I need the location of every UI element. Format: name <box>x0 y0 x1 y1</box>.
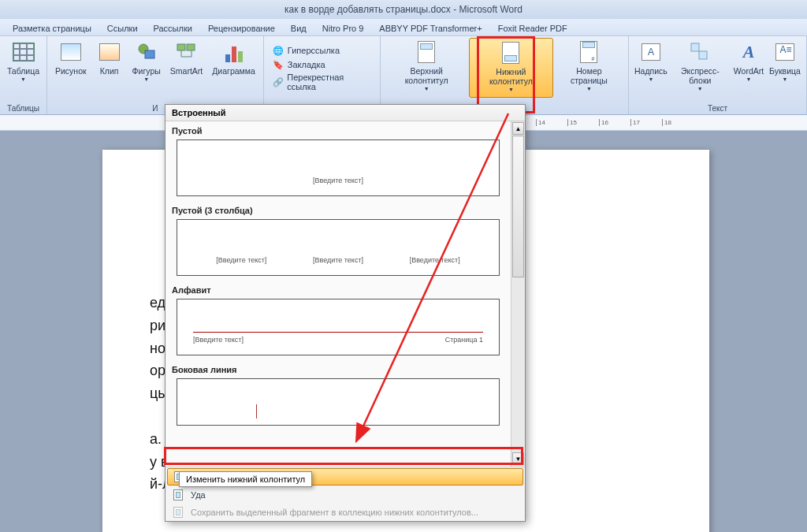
svg-rect-4 <box>691 43 699 51</box>
clip-button[interactable]: Клип <box>91 38 128 98</box>
scroll-thumb[interactable] <box>512 136 524 277</box>
dropcap-button[interactable]: A≡Буквица▼ <box>767 38 803 98</box>
tab-foxit[interactable]: Foxit Reader PDF <box>490 21 575 35</box>
gallery-item-blank[interactable]: [Введите текст] <box>177 140 500 196</box>
group-text: AНадпись▼ Экспресс-блоки▼ AWordArt▼ A≡Бу… <box>629 36 807 114</box>
table-button[interactable]: Таблица ▼ <box>3 38 43 98</box>
textbox-button[interactable]: AНадпись▼ <box>632 38 670 98</box>
gallery-item-sideline[interactable] <box>177 378 500 426</box>
remove-footer-command[interactable]: Уда <box>165 486 525 504</box>
tab-review[interactable]: Рецензирование <box>200 21 283 35</box>
group-illustrations: Рисунок Клип Фигуры▼ SmartArt Диаграмма … <box>47 36 264 114</box>
save-icon <box>172 506 184 519</box>
svg-rect-1 <box>145 50 154 58</box>
tab-references[interactable]: Ссылки <box>99 21 146 35</box>
globe-icon: 🌐 <box>272 44 284 57</box>
tab-view[interactable]: Вид <box>283 21 314 35</box>
header-button[interactable]: Верхний колонтитул▼ <box>384 38 469 98</box>
footer-gallery: Встроенный Пустой [Введите текст] Пустой… <box>165 104 526 522</box>
footer-icon <box>498 40 523 65</box>
chart-icon <box>221 39 247 65</box>
group-label-text: Текст <box>632 104 803 114</box>
tooltip: Изменить нижний колонтитул <box>179 471 312 487</box>
dropcap-icon: A≡ <box>772 39 798 65</box>
table-icon <box>11 39 36 65</box>
wordart-button[interactable]: AWordArt▼ <box>731 38 767 98</box>
gallery-list: Пустой [Введите текст] Пустой (3 столбца… <box>165 121 525 467</box>
smartart-button[interactable]: SmartArt <box>165 38 207 98</box>
save-selection-command: Сохранить выделенный фрагмент в коллекци… <box>165 504 525 521</box>
picture-button[interactable]: Рисунок <box>50 38 91 98</box>
scroll-up-button[interactable]: ▲ <box>512 122 524 135</box>
svg-rect-3 <box>187 44 195 50</box>
tab-page-layout[interactable]: Разметка страницы <box>5 21 99 35</box>
crossref-button[interactable]: 🔗Перекрестная ссылка <box>270 72 374 92</box>
pagenumber-icon: # <box>576 39 601 65</box>
svg-rect-2 <box>177 44 185 50</box>
bookmark-icon: 🔖 <box>272 58 284 71</box>
gallery-item-alphabet[interactable]: [Введите текст] Страница 1 <box>177 299 500 355</box>
group-label-tables: Таблицы <box>3 104 43 114</box>
tab-abbyy[interactable]: ABBYY PDF Transformer+ <box>371 21 489 35</box>
bookmark-button[interactable]: 🔖Закладка <box>270 58 374 72</box>
shapes-icon <box>134 39 159 65</box>
group-links: 🌐Гиперссылка 🔖Закладка 🔗Перекрестная ссы… <box>264 36 381 114</box>
shapes-button[interactable]: Фигуры▼ <box>128 38 165 98</box>
svg-rect-5 <box>699 51 707 59</box>
crossref-icon: 🔗 <box>272 76 284 88</box>
tab-nitro[interactable]: Nitro Pro 9 <box>314 21 372 35</box>
ribbon-tabs: Разметка страницы Ссылки Рассылки Реценз… <box>0 19 807 36</box>
quickparts-button[interactable]: Экспресс-блоки▼ <box>670 38 731 98</box>
title-bar: как в ворде добавлять страницы.docx - Mi… <box>0 0 807 19</box>
group-tables: Таблица ▼ Таблицы <box>0 36 47 114</box>
picture-icon <box>58 39 84 65</box>
footer-button[interactable]: Нижний колонтитул▼ <box>469 38 553 98</box>
gallery-item-blank3[interactable]: [Введите текст] [Введите текст] [Введите… <box>177 219 500 276</box>
pagenumber-button[interactable]: #Номер страницы▼ <box>553 38 625 98</box>
smartart-icon <box>174 39 199 65</box>
document-title: как в ворде добавлять страницы.docx - Mi… <box>284 4 523 15</box>
chevron-down-icon: ▼ <box>20 76 26 82</box>
wordart-icon: A <box>736 39 761 65</box>
gallery-section-builtin: Встроенный <box>165 105 525 121</box>
hyperlink-button[interactable]: 🌐Гиперссылка <box>270 43 374 58</box>
gallery-item-blank3-title: Пустой (3 столбца) <box>165 201 511 218</box>
chart-button[interactable]: Диаграмма <box>207 38 260 98</box>
quickparts-icon <box>687 39 712 65</box>
remove-icon <box>172 489 184 501</box>
ribbon: Таблица ▼ Таблицы Рисунок Клип Фигуры▼ S… <box>0 36 807 115</box>
gallery-scrollbar[interactable]: ▲ ▼ <box>511 121 525 467</box>
textbox-icon: A <box>638 39 664 65</box>
gallery-item-alphabet-title: Алфавит <box>165 281 511 297</box>
clip-icon <box>97 39 122 65</box>
header-icon <box>414 39 439 65</box>
gallery-item-blank-title: Пустой <box>165 121 511 138</box>
gallery-item-sideline-title: Боковая линия <box>165 360 511 377</box>
tab-mailings[interactable]: Рассылки <box>146 21 200 35</box>
scroll-down-button[interactable]: ▼ <box>512 452 524 465</box>
group-header-footer: Верхний колонтитул▼ Нижний колонтитул▼ #… <box>381 36 629 114</box>
